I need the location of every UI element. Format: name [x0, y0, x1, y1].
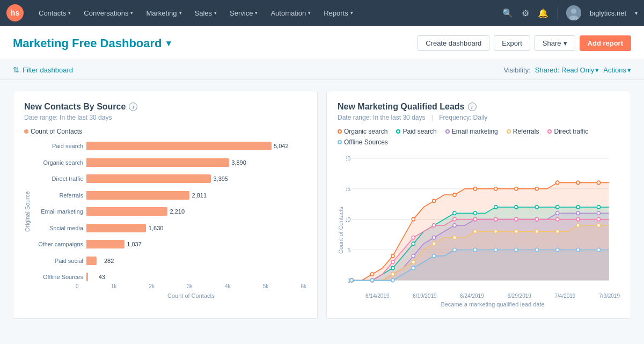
bar-fill: 1,037: [86, 240, 125, 248]
line-x-axis-title: Became a marketing qualified lead date: [346, 301, 620, 308]
notifications-icon[interactable]: 🔔: [538, 8, 548, 18]
line-chart-svg: 05101520: [346, 152, 620, 292]
bar-x-axis-title: Count of Contacts: [24, 292, 306, 299]
svg-text:hs: hs: [11, 9, 20, 17]
line-x-tick: 6/14/2019: [365, 293, 390, 299]
bar-row: Offline Sources 43: [35, 273, 306, 281]
actions-chevron-icon: ▾: [627, 66, 631, 74]
line-x-axis: 6/14/20196/19/20196/24/20196/29/20197/4/…: [346, 293, 620, 299]
svg-point-3: [571, 9, 576, 14]
svg-point-40: [597, 206, 600, 209]
search-icon[interactable]: 🔍: [502, 8, 513, 18]
line-chart-area: 05101520: [346, 152, 620, 292]
nav-items: Contacts ▾ Conversations ▾ Marketing ▾ S…: [32, 0, 502, 26]
svg-point-60: [473, 230, 477, 233]
line-legend-item: Offline Sources: [338, 138, 388, 146]
bar-row: Referrals 2,811: [35, 191, 306, 200]
chevron-down-icon: ▾: [179, 10, 182, 16]
svg-point-79: [597, 217, 600, 221]
svg-point-25: [556, 181, 559, 185]
bar-row: Paid search 5,042: [35, 142, 306, 150]
bar-label: Social media: [35, 225, 83, 231]
nav-conversations[interactable]: Conversations ▾: [77, 0, 140, 26]
share-chevron-icon: ▾: [564, 39, 567, 47]
svg-point-61: [494, 230, 497, 233]
line-chart-title: New Marketing Qualified Leads i: [338, 102, 620, 112]
svg-point-17: [391, 254, 394, 258]
bar-legend-item: Count of Contacts: [24, 128, 82, 135]
svg-point-31: [412, 242, 415, 246]
bar-row: Email marketing 2,210: [35, 207, 306, 216]
bar-fill: 2,210: [86, 207, 167, 216]
bar-chart-area: Original Source Paid search 5,042 Organi…: [24, 142, 306, 281]
filter-dashboard-button[interactable]: ⇅ Filter dashboard: [13, 65, 73, 74]
bar-fill: 282: [86, 257, 97, 265]
chevron-down-icon: ▾: [350, 10, 353, 16]
bar-track: 3,395: [86, 174, 306, 183]
bar-fill: 3,890: [86, 158, 229, 167]
nav-contacts[interactable]: Contacts ▾: [32, 0, 77, 26]
bar-row: Direct traffic 3,395: [35, 174, 306, 183]
line-chart-info-icon[interactable]: i: [468, 103, 477, 111]
user-label[interactable]: biglytics.net: [590, 9, 626, 17]
dashboard-dropdown-icon[interactable]: ▾: [166, 38, 171, 48]
x-tick: 5k: [263, 283, 269, 289]
x-tick: 0: [76, 283, 79, 289]
visibility-dropdown[interactable]: Shared: Read Only ▾: [535, 66, 599, 74]
avatar[interactable]: [566, 5, 581, 20]
line-x-tick: 7/9/2019: [599, 293, 620, 299]
bar-fill: 3,395: [86, 174, 211, 183]
hubspot-logo[interactable]: hs: [6, 4, 24, 21]
bar-fill: 43: [86, 273, 88, 281]
svg-point-70: [412, 236, 415, 239]
create-dashboard-button[interactable]: Create dashboard: [418, 35, 489, 51]
bar-label: Offline Sources: [35, 274, 83, 280]
nav-divider: [557, 6, 558, 19]
line-chart-with-yaxis: Count of Contacts 05101520 6/14/20196/19…: [338, 152, 620, 308]
bar-chart-info-icon[interactable]: i: [129, 103, 137, 111]
svg-point-23: [515, 187, 518, 191]
svg-point-24: [535, 187, 538, 191]
chevron-down-icon: ▾: [68, 10, 71, 16]
svg-text:15: 15: [346, 186, 350, 192]
actions-dropdown[interactable]: Actions ▾: [603, 66, 631, 74]
svg-point-38: [556, 206, 559, 209]
svg-point-51: [556, 211, 559, 215]
bar-track: 1,037: [86, 240, 306, 248]
svg-point-77: [556, 217, 559, 221]
export-button[interactable]: Export: [494, 35, 530, 51]
svg-point-18: [412, 217, 415, 221]
bar-value: 282: [104, 258, 114, 264]
bar-chart-subtitle: Date range: In the last 30 days: [24, 114, 306, 121]
share-button[interactable]: Share ▾: [535, 35, 575, 51]
nav-sales[interactable]: Sales ▾: [188, 0, 224, 26]
svg-point-33: [453, 211, 456, 215]
line-legend-item: Paid search: [396, 128, 436, 135]
bar-row: Social media 1,630: [35, 224, 306, 232]
nav-service[interactable]: Service ▾: [223, 0, 264, 26]
svg-point-19: [433, 199, 436, 203]
settings-icon[interactable]: ⚙: [522, 8, 529, 18]
bar-chart-title: New Contacts By Source i: [24, 102, 306, 112]
svg-point-52: [576, 211, 580, 215]
nav-marketing[interactable]: Marketing ▾: [140, 0, 188, 26]
svg-point-83: [412, 266, 415, 270]
svg-point-62: [515, 230, 518, 233]
svg-point-30: [391, 266, 394, 270]
x-tick: 2k: [149, 283, 155, 289]
svg-point-86: [473, 248, 477, 252]
svg-point-74: [494, 217, 497, 221]
nav-reports[interactable]: Reports ▾: [317, 0, 360, 26]
svg-point-16: [370, 273, 374, 276]
bar-row: Organic search 3,890: [35, 158, 306, 167]
legend-circle-dot: [445, 129, 450, 134]
user-chevron-icon[interactable]: ▾: [635, 10, 638, 16]
nav-automation[interactable]: Automation ▾: [264, 0, 317, 26]
svg-point-37: [535, 206, 538, 209]
header-actions: Create dashboard Export Share ▾ Add repo…: [418, 35, 631, 51]
svg-point-63: [535, 230, 538, 233]
bar-value: 43: [99, 274, 105, 280]
svg-point-65: [576, 224, 580, 228]
bar-fill: 2,811: [86, 191, 189, 200]
add-report-button[interactable]: Add report: [580, 35, 631, 51]
